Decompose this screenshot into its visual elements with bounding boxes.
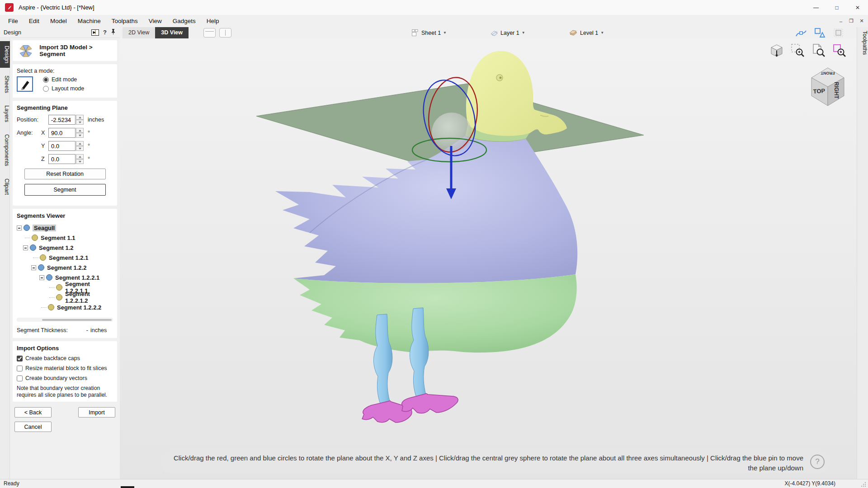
sheet-selector[interactable]: Sheet 1▼ (411, 27, 447, 38)
edit-mode-radio-row[interactable]: Edit mode (43, 76, 84, 83)
pin-icon[interactable] (111, 28, 116, 37)
chevron-down-icon: ▼ (443, 31, 447, 35)
resize-grip[interactable] (861, 482, 866, 487)
align-object-icon-disabled[interactable] (833, 28, 844, 38)
tree-row[interactable]: Segment 1.2.2 (31, 263, 113, 272)
view-toolbar: 2D View 3D View Sheet 1▼ Layer 1▼ Level … (120, 27, 857, 38)
zoom-selection-icon[interactable] (791, 43, 805, 58)
view-cube-top-label[interactable]: TOP (813, 87, 826, 95)
menu-help[interactable]: Help (201, 15, 225, 27)
import-button[interactable]: Import (78, 407, 115, 418)
close-button[interactable]: ✕ (847, 0, 868, 15)
sidebar-tab-clipart[interactable]: Clipart (0, 174, 10, 199)
back-button[interactable]: < Back (14, 407, 52, 418)
mdi-minimize-icon[interactable]: – (836, 17, 845, 26)
sidebar-tab-layers[interactable]: Layers (0, 101, 10, 127)
axis-y-label: Y (41, 143, 48, 149)
title-bar: Aspire - {Vectric Ltd} - [*New] — □ ✕ (0, 0, 868, 15)
segments-viewer-title: Segments Viewer (17, 212, 113, 219)
resize-material-block-checkbox[interactable] (17, 366, 23, 371)
angle-x-spinner[interactable] (76, 128, 84, 138)
mdi-close-icon[interactable]: ✕ (857, 17, 866, 26)
tab-3d-view[interactable]: 3D View (155, 27, 189, 38)
level-icon (569, 29, 578, 37)
layout-mode-radio[interactable] (43, 86, 49, 92)
reset-rotation-button[interactable]: Reset Rotation (24, 169, 106, 179)
hint-help-icon[interactable]: ? (810, 455, 825, 469)
mode-section: Select a mode: Edit mode Layout mode (13, 64, 117, 98)
maximize-button[interactable]: □ (826, 0, 847, 15)
layout-mode-radio-row[interactable]: Layout mode (43, 85, 84, 92)
angle-y-spinner[interactable] (76, 141, 84, 151)
expander-icon[interactable] (17, 225, 22, 230)
create-boundary-vectors-row[interactable]: Create boundary vectors (17, 375, 113, 381)
taskbar-artifact (121, 486, 134, 488)
isometric-view-icon[interactable] (769, 43, 784, 58)
cancel-button[interactable]: Cancel (14, 422, 52, 432)
tree-row[interactable]: Segment 1.2.2.1.2 (49, 292, 113, 302)
scrollbar-thumb[interactable] (42, 319, 112, 321)
create-backface-caps-row[interactable]: Create backface caps (17, 355, 113, 361)
node-edit-icon[interactable] (795, 28, 807, 38)
tree-horizontal-scrollbar[interactable] (17, 318, 113, 322)
angle-z-input[interactable] (48, 154, 75, 164)
scale-object-icon[interactable] (814, 28, 826, 38)
segment-node-icon (56, 284, 62, 291)
create-backface-caps-checkbox[interactable] (17, 356, 23, 361)
tree-row[interactable]: Segment 1.2.1 (33, 253, 113, 263)
view-cube-front-label[interactable]: FRONT (821, 71, 835, 75)
collapse-panel-icon[interactable]: ▶▏ (91, 29, 99, 36)
split-horizontal-icon[interactable] (203, 28, 216, 38)
position-input[interactable] (48, 115, 75, 125)
tab-2d-view[interactable]: 2D View (123, 27, 155, 38)
mdi-restore-icon[interactable]: ❐ (847, 17, 856, 26)
expander-icon[interactable] (39, 275, 44, 280)
view-cube-right-label[interactable]: RIGHT (833, 82, 840, 99)
segment-node-icon (30, 244, 36, 251)
edit-mode-radio[interactable] (43, 77, 49, 83)
help-icon[interactable]: ? (103, 29, 107, 36)
tree-row[interactable]: Seagull (17, 223, 113, 233)
menu-edit[interactable]: Edit (24, 15, 45, 27)
segment-node-icon (56, 294, 62, 300)
angle-y-input[interactable] (48, 141, 75, 151)
segments-tree: Seagull Segment 1.1 Segment 1.2 Segment … (17, 223, 113, 316)
menu-gadgets[interactable]: Gadgets (167, 15, 201, 27)
expander-icon[interactable] (23, 245, 28, 250)
right-dock-strip: Toolpaths (857, 27, 868, 479)
menu-view[interactable]: View (143, 15, 167, 27)
segment-button[interactable]: Segment (24, 184, 106, 196)
position-spinner[interactable] (76, 115, 84, 125)
axis-x-label: X (41, 130, 48, 136)
menu-model[interactable]: Model (45, 15, 72, 27)
angle-x-units: ° (88, 130, 90, 136)
segment-node-icon (48, 304, 54, 310)
angle-z-spinner[interactable] (76, 154, 84, 164)
3d-viewport[interactable]: FRONT TOP RIGHT Click/drag the red, gree… (120, 38, 857, 479)
sidebar-tab-toolpaths[interactable]: Toolpaths (857, 27, 868, 59)
angle-y-units: ° (88, 143, 90, 149)
layer-icon (490, 29, 498, 37)
sidebar-tab-components[interactable]: Components (0, 130, 10, 171)
menu-machine[interactable]: Machine (72, 15, 106, 27)
layer-selector[interactable]: Layer 1▼ (490, 27, 525, 38)
zoom-box-icon[interactable] (832, 43, 847, 58)
segmenting-plane-title: Segmenting Plane (17, 104, 113, 111)
expander-icon[interactable] (31, 265, 36, 270)
minimize-button[interactable]: — (806, 0, 826, 15)
tree-row[interactable]: Segment 1.1 (25, 233, 113, 243)
position-units: inches (88, 117, 104, 123)
view-cube[interactable]: FRONT TOP RIGHT (804, 65, 851, 107)
angle-x-input[interactable] (48, 128, 75, 138)
tree-row[interactable]: Segment 1.2 (23, 243, 113, 253)
level-selector[interactable]: Level 1▼ (569, 27, 604, 38)
menu-file[interactable]: File (3, 15, 24, 27)
zoom-drawing-icon[interactable] (811, 43, 826, 58)
3d-scene[interactable] (120, 38, 857, 479)
sidebar-tab-design[interactable]: Design (0, 41, 10, 68)
menu-toolpaths[interactable]: Toolpaths (106, 15, 143, 27)
resize-material-block-row[interactable]: Resize material block to fit slices (17, 365, 113, 371)
create-boundary-vectors-checkbox[interactable] (17, 375, 23, 381)
sidebar-tab-sheets[interactable]: Sheets (0, 71, 10, 98)
split-vertical-icon[interactable] (219, 28, 231, 38)
